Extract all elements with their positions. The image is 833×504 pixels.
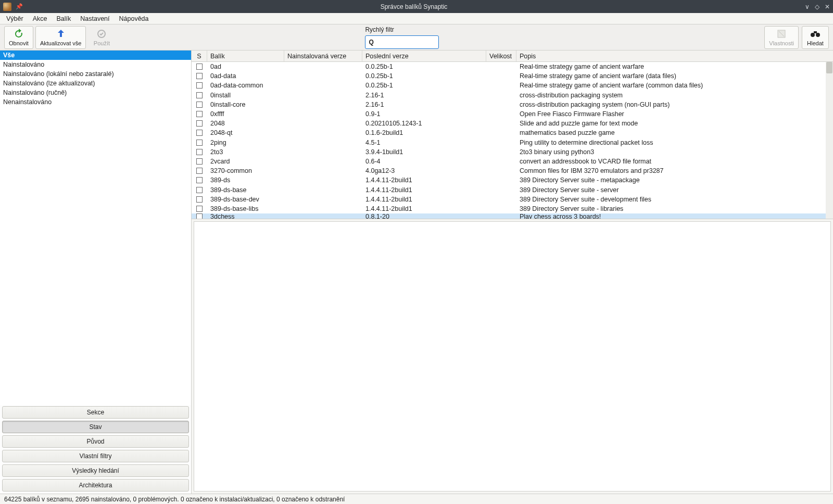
- status-item[interactable]: Vše: [0, 51, 191, 60]
- package-row[interactable]: 2ping4.5-1Ping utility to determine dire…: [192, 138, 833, 147]
- package-row[interactable]: 0ad0.0.25b-1Real-time strategy game of a…: [192, 62, 833, 71]
- svg-point-3: [816, 33, 820, 37]
- package-checkbox[interactable]: [196, 102, 203, 108]
- package-row[interactable]: 0xffff0.9-1Open Free Fiasco Firmware Fla…: [192, 109, 833, 119]
- package-checkbox[interactable]: [196, 149, 203, 155]
- package-row[interactable]: 20480.20210105.1243-1Slide and add puzzl…: [192, 119, 833, 128]
- svg-point-2: [811, 33, 815, 37]
- package-name: 389-ds-base-dev: [207, 196, 284, 203]
- menu-vyber[interactable]: Výběr: [2, 14, 28, 23]
- col-size[interactable]: Velikost: [486, 51, 516, 61]
- package-latest-version: 1.4.4.11-2build1: [362, 205, 486, 212]
- col-package[interactable]: Balík: [207, 51, 284, 61]
- status-item[interactable]: Nainstalováno: [0, 60, 191, 69]
- package-latest-version: 0.0.25b-1: [362, 72, 486, 80]
- binoculars-icon: [810, 28, 821, 40]
- status-item[interactable]: Nenainstalováno: [0, 97, 191, 107]
- category-button[interactable]: Architektura: [2, 479, 189, 492]
- package-row[interactable]: 2vcard0.6-4convert an addressbook to VCA…: [192, 157, 833, 166]
- package-table-header[interactable]: S Balík Nainstalovaná verze Poslední ver…: [192, 51, 833, 62]
- menu-nastaveni[interactable]: Nastavení: [76, 14, 113, 23]
- package-checkbox[interactable]: [196, 82, 203, 89]
- package-row[interactable]: 0install-core2.16-1cross-distribution pa…: [192, 100, 833, 109]
- package-latest-version: 1.4.4.11-2build1: [362, 196, 486, 203]
- package-name: 3270-common: [207, 167, 284, 174]
- package-name: 2vcard: [207, 158, 284, 165]
- properties-button: Vlastnosti: [764, 26, 799, 49]
- package-name: 3dchess: [207, 213, 284, 219]
- package-row[interactable]: 0ad-data-common0.0.25b-1Real-time strate…: [192, 81, 833, 90]
- package-checkbox[interactable]: [196, 158, 203, 165]
- status-item[interactable]: Nainstalováno (lokální nebo zastaralé): [0, 69, 191, 79]
- search-button[interactable]: Hledat: [802, 26, 829, 49]
- package-description: Common files for IBM 3270 emulators and …: [516, 167, 833, 174]
- upgrade-icon: [55, 28, 67, 40]
- category-button[interactable]: Sekce: [2, 406, 189, 419]
- package-description: Ping utility to determine directional pa…: [516, 139, 833, 146]
- package-row[interactable]: 0ad-data0.0.25b-1Real-time strategy game…: [192, 71, 833, 81]
- package-scrollbar[interactable]: [826, 62, 833, 219]
- menu-balik[interactable]: Balík: [52, 14, 75, 23]
- category-button[interactable]: Původ: [2, 435, 189, 448]
- package-latest-version: 0.0.25b-1: [362, 63, 486, 70]
- col-installed[interactable]: Nainstalovaná verze: [284, 51, 362, 61]
- package-checkbox[interactable]: [196, 206, 203, 212]
- package-latest-version: 4.0ga12-3: [362, 167, 486, 174]
- package-name: 389-ds: [207, 177, 284, 184]
- package-checkbox[interactable]: [196, 64, 203, 70]
- package-checkbox[interactable]: [196, 196, 203, 203]
- package-checkbox[interactable]: [196, 140, 203, 146]
- sidebar: VšeNainstalovánoNainstalováno (lokální n…: [0, 51, 192, 494]
- window-close-icon[interactable]: ✕: [825, 3, 830, 10]
- package-checkbox[interactable]: [196, 92, 203, 98]
- package-description: Real-time strategy game of ancient warfa…: [516, 63, 833, 70]
- upgrade-all-label: Aktualizovat vše: [40, 40, 81, 46]
- menu-akce[interactable]: Akce: [29, 14, 52, 23]
- quick-filter-field[interactable]: Q: [365, 35, 439, 49]
- package-checkbox[interactable]: [196, 168, 203, 174]
- package-checkbox[interactable]: [196, 213, 203, 219]
- package-table-body[interactable]: 0ad0.0.25b-1Real-time strategy game of a…: [192, 62, 833, 219]
- package-row[interactable]: 389-ds-base-dev1.4.4.11-2build1389 Direc…: [192, 195, 833, 204]
- package-checkbox[interactable]: [196, 130, 203, 136]
- scrollbar-thumb[interactable]: [826, 62, 832, 73]
- menu-napoveda[interactable]: Nápověda: [115, 14, 153, 23]
- package-row[interactable]: 3270-common4.0ga12-3Common files for IBM…: [192, 166, 833, 175]
- reload-button[interactable]: Obnovit: [4, 26, 33, 49]
- package-row[interactable]: 0install2.16-1cross-distribution packagi…: [192, 91, 833, 100]
- package-row[interactable]: 2to33.9.4-1build12to3 binary using pytho…: [192, 147, 833, 157]
- package-name: 0ad-data-common: [207, 82, 284, 89]
- pin-icon[interactable]: 📌: [16, 3, 23, 10]
- category-button[interactable]: Stav: [2, 421, 189, 433]
- package-description: Real-time strategy game of ancient warfa…: [516, 82, 833, 89]
- package-row[interactable]: 389-ds-base-libs1.4.4.11-2build1389 Dire…: [192, 204, 833, 213]
- package-checkbox[interactable]: [196, 120, 203, 127]
- package-latest-version: 0.1.6-2build1: [362, 129, 486, 136]
- package-description: Real-time strategy game of ancient warfa…: [516, 72, 833, 80]
- col-desc[interactable]: Popis: [516, 51, 833, 61]
- properties-label: Vlastnosti: [769, 40, 794, 46]
- status-list[interactable]: VšeNainstalovánoNainstalováno (lokální n…: [0, 51, 191, 405]
- package-name: 0ad-data: [207, 72, 284, 80]
- col-status[interactable]: S: [192, 51, 207, 61]
- package-checkbox[interactable]: [196, 177, 203, 183]
- col-latest[interactable]: Poslední verze: [362, 51, 486, 61]
- package-row[interactable]: 389-ds1.4.4.11-2build1389 Directory Serv…: [192, 175, 833, 185]
- quick-filter-label: Rychlý filtr: [365, 26, 439, 33]
- quick-filter-input[interactable]: [376, 39, 455, 46]
- window-title: Správce balíků Synaptic: [23, 3, 805, 10]
- category-button[interactable]: Výsledky hledání: [2, 464, 189, 477]
- status-item[interactable]: Nainstalováno (ručně): [0, 88, 191, 97]
- package-description: 389 Directory Server suite - server: [516, 186, 833, 194]
- window-maximize-icon[interactable]: ◇: [815, 3, 819, 10]
- status-item[interactable]: Nainstalováno (lze aktualizovat): [0, 79, 191, 88]
- upgrade-all-button[interactable]: Aktualizovat vše: [35, 26, 86, 49]
- package-row[interactable]: 389-ds-base1.4.4.11-2build1389 Directory…: [192, 185, 833, 194]
- package-checkbox[interactable]: [196, 187, 203, 193]
- window-minimize-icon[interactable]: ∨: [805, 3, 810, 10]
- package-checkbox[interactable]: [196, 111, 203, 117]
- package-row[interactable]: 2048-qt0.1.6-2build1mathematics based pu…: [192, 128, 833, 137]
- package-checkbox[interactable]: [196, 73, 203, 79]
- package-row[interactable]: 3dchess0.8.1-20Play chess across 3 board…: [192, 213, 833, 219]
- category-button[interactable]: Vlastní filtry: [2, 450, 189, 462]
